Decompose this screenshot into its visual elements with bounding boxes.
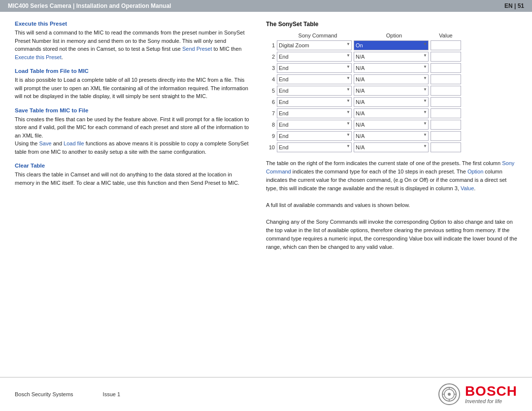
table-row: 2EndN/A xyxy=(266,52,517,62)
option-select[interactable]: N/A xyxy=(354,97,429,107)
option-select[interactable]: N/A xyxy=(354,142,429,152)
sony-command-dropdown-wrap: Digital Zoom xyxy=(277,40,352,50)
option-select[interactable]: On xyxy=(354,40,429,50)
description-block: The table on the right of the form indic… xyxy=(266,159,517,252)
row-number: 7 xyxy=(266,110,275,116)
value-input[interactable] xyxy=(431,52,461,62)
table-row: 6EndN/A xyxy=(266,97,517,107)
value-input[interactable] xyxy=(431,63,461,73)
row-number: 3 xyxy=(266,65,275,71)
row-number: 5 xyxy=(266,88,275,94)
inline-link-load-file[interactable]: Load file xyxy=(64,140,84,146)
sony-command-dropdown-wrap: End xyxy=(277,131,352,141)
value-input[interactable] xyxy=(431,40,461,50)
sony-command-dropdown-wrap: End xyxy=(277,63,352,73)
svg-point-2 xyxy=(448,393,451,396)
value-input[interactable] xyxy=(431,142,461,152)
option-select[interactable]: N/A xyxy=(354,120,429,130)
main-content: Execute this Preset This will send a com… xyxy=(0,12,532,377)
row-number: 6 xyxy=(266,99,275,105)
value-input[interactable] xyxy=(431,86,461,96)
option-dropdown-wrap: N/A xyxy=(354,63,429,73)
header-title: MIC400 Series Camera | Installation and … xyxy=(8,2,171,9)
desc-link-option[interactable]: Option xyxy=(467,169,483,174)
header-page: EN | 51 xyxy=(504,2,524,9)
link-save-table[interactable]: Save Table from MIC to File xyxy=(15,107,251,113)
col-header-value: Value xyxy=(429,33,463,38)
row-number: 2 xyxy=(266,54,275,60)
desc-link-value[interactable]: Value xyxy=(461,185,474,191)
footer-issue: Issue 1 xyxy=(103,391,120,397)
table-body: 1Digital ZoomOn2EndN/A3EndN/A4EndN/A5End… xyxy=(266,40,517,152)
col-header-option: Option xyxy=(360,33,429,38)
value-input[interactable] xyxy=(431,120,461,130)
footer-left: Bosch Security Systems Issue 1 xyxy=(15,391,120,397)
link-clear-table[interactable]: Clear Table xyxy=(15,163,251,169)
table-row: 10EndN/A xyxy=(266,142,517,152)
option-dropdown-wrap: N/A xyxy=(354,86,429,96)
table-headers: Sony Command Option Value xyxy=(266,33,517,38)
sony-command-dropdown-wrap: End xyxy=(277,97,352,107)
option-dropdown-wrap: N/A xyxy=(354,74,429,84)
sony-command-select[interactable]: End xyxy=(277,142,352,152)
right-column: The SonySet Table Sony Command Option Va… xyxy=(266,21,517,368)
row-number: 1 xyxy=(266,42,275,48)
sony-command-dropdown-wrap: End xyxy=(277,142,352,152)
save-table-body: This creates the files that can be used … xyxy=(15,115,251,156)
row-number: 8 xyxy=(266,122,275,128)
page: MIC400 Series Camera | Installation and … xyxy=(0,0,532,411)
sony-command-select[interactable]: Digital Zoom xyxy=(277,40,352,50)
sony-command-select[interactable]: End xyxy=(277,120,352,130)
inline-link-send-preset[interactable]: Send Preset xyxy=(182,46,212,52)
inline-link-save[interactable]: Save xyxy=(39,140,52,146)
sony-command-select[interactable]: End xyxy=(277,74,352,84)
option-select[interactable]: N/A xyxy=(354,86,429,96)
bosch-circle-svg xyxy=(441,386,457,402)
sony-command-dropdown-wrap: End xyxy=(277,108,352,118)
option-dropdown-wrap: N/A xyxy=(354,108,429,118)
value-input[interactable] xyxy=(431,97,461,107)
sony-command-select[interactable]: End xyxy=(277,86,352,96)
bosch-brand-name: BOSCH xyxy=(465,384,517,398)
row-number: 10 xyxy=(266,144,275,150)
load-table-body: It is also possible to Load a complete t… xyxy=(15,76,251,101)
header-bar: MIC400 Series Camera | Installation and … xyxy=(0,0,532,12)
option-select[interactable]: N/A xyxy=(354,108,429,118)
link-execute-preset[interactable]: Execute this Preset xyxy=(15,21,251,27)
sonyset-table-heading: The SonySet Table xyxy=(266,21,517,28)
sony-command-select[interactable]: End xyxy=(277,97,352,107)
table-row: 7EndN/A xyxy=(266,108,517,118)
table-row: 9EndN/A xyxy=(266,131,517,141)
sony-command-dropdown-wrap: End xyxy=(277,86,352,96)
inline-link-execute-preset-2[interactable]: Execute this Preset xyxy=(15,54,62,60)
clear-table-body: This clears the table in Camset and will… xyxy=(15,171,251,187)
sony-command-dropdown-wrap: End xyxy=(277,120,352,130)
value-input[interactable] xyxy=(431,108,461,118)
row-number: 4 xyxy=(266,76,275,82)
execute-preset-body: This will send a command to the MIC to r… xyxy=(15,29,251,61)
option-select[interactable]: N/A xyxy=(354,63,429,73)
option-select[interactable]: N/A xyxy=(354,131,429,141)
description-2: A full list of available commands and va… xyxy=(266,201,517,209)
bosch-branding: BOSCH Invented for life xyxy=(465,384,517,404)
option-select[interactable]: N/A xyxy=(354,74,429,84)
option-dropdown-wrap: N/A xyxy=(354,131,429,141)
bosch-logo-icon xyxy=(438,383,460,405)
left-column: Execute this Preset This will send a com… xyxy=(15,21,251,368)
option-dropdown-wrap: On xyxy=(354,40,429,50)
sony-command-select[interactable]: End xyxy=(277,108,352,118)
bosch-tagline: Invented for life xyxy=(465,398,502,404)
option-dropdown-wrap: N/A xyxy=(354,97,429,107)
footer: Bosch Security Systems Issue 1 BOSCH Inv… xyxy=(0,377,532,411)
value-input[interactable] xyxy=(431,74,461,84)
option-dropdown-wrap: N/A xyxy=(354,120,429,130)
row-number: 9 xyxy=(266,133,275,139)
value-input[interactable] xyxy=(431,131,461,141)
sony-command-select[interactable]: End xyxy=(277,63,352,73)
option-select[interactable]: N/A xyxy=(354,52,429,62)
col-header-sony: Sony Command xyxy=(276,33,360,38)
table-row: 1Digital ZoomOn xyxy=(266,40,517,50)
link-load-table[interactable]: Load Table from File to MIC xyxy=(15,68,251,74)
sony-command-select[interactable]: End xyxy=(277,131,352,141)
sony-command-select[interactable]: End xyxy=(277,52,352,62)
